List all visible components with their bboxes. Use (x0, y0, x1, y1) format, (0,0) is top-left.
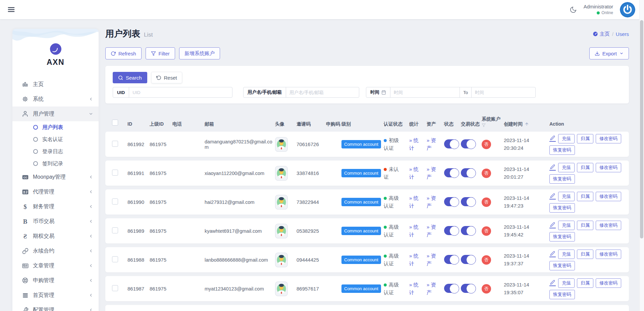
row-avatar (275, 166, 295, 181)
trade-status-toggle[interactable] (461, 139, 476, 148)
row-checkbox[interactable] (112, 227, 118, 233)
recharge-button[interactable]: 充值 (558, 134, 575, 143)
trade-status-toggle[interactable] (461, 197, 476, 206)
stats-link[interactable]: » 统计 (409, 194, 425, 210)
search-button[interactable]: Search (113, 72, 147, 83)
breadcrumb-current[interactable]: Users (616, 31, 629, 37)
change-password-button[interactable]: 修改密码 (596, 278, 621, 288)
assets-link[interactable]: » 资产 (427, 281, 443, 296)
recharge-button[interactable]: 充值 (558, 163, 575, 172)
stats-link[interactable]: » 统计 (409, 252, 425, 267)
username-phone-email-input[interactable] (286, 87, 359, 97)
row-checkbox[interactable] (112, 256, 118, 262)
stats-link[interactable]: » 统计 (409, 223, 425, 238)
sort-ascending-icon[interactable] (525, 122, 529, 126)
sidebar-item-spot-trade[interactable]: B币币交易 (12, 214, 99, 229)
sidebar-item-perpetual[interactable]: 永续合约 (12, 243, 99, 258)
assets-link[interactable]: » 资产 (427, 137, 443, 152)
sidebar-item-home[interactable]: 主页 (12, 77, 99, 92)
trade-status-toggle[interactable] (461, 168, 476, 177)
attribution-button[interactable]: 归属 (577, 134, 593, 143)
edit-button[interactable] (549, 251, 556, 257)
assets-link[interactable]: » 资产 (427, 223, 443, 238)
sidebar-item-system[interactable]: 系统 (12, 92, 99, 106)
sidebar-item-subscribe-mgmt[interactable]: 申购管理 (12, 273, 99, 288)
recharge-button[interactable]: 充值 (558, 221, 575, 230)
sidebar-item-finance-mgmt[interactable]: $财务管理 (12, 199, 99, 214)
sidebar-subitem-real-name-auth[interactable]: 实名认证 (12, 133, 99, 145)
sidebar-subitem-checkin-record[interactable]: 签到记录 (12, 158, 99, 170)
attribution-button[interactable]: 归属 (577, 192, 593, 201)
restore-password-button[interactable]: 恢复密码 (549, 232, 575, 241)
edit-button[interactable] (549, 135, 556, 142)
time-from-input[interactable] (390, 87, 460, 97)
restore-password-button[interactable]: 恢复密码 (549, 290, 575, 299)
recharge-button[interactable]: 充值 (558, 192, 575, 201)
recharge-button[interactable]: 充值 (558, 250, 575, 259)
refresh-button[interactable]: Refresh (105, 47, 142, 59)
stats-link[interactable]: » 统计 (409, 281, 425, 296)
assets-link[interactable]: » 资产 (427, 252, 443, 267)
attribution-button[interactable]: 归属 (577, 278, 593, 288)
sidebar-item-config-mgmt[interactable]: 配置管理 (12, 303, 99, 311)
sidebar-item-option-trade[interactable]: Ƨ期权交易 (12, 229, 99, 243)
assets-link[interactable]: » 资产 (427, 166, 443, 181)
svg-text:CC: CC (23, 176, 27, 179)
sidebar-item-article-mgmt[interactable]: 文章管理 (12, 258, 99, 273)
recharge-button[interactable]: 充值 (558, 278, 575, 288)
page-scrollbar-thumb[interactable] (640, 20, 643, 238)
sidebar-item-moonpay[interactable]: CCMoonpay管理 (12, 170, 99, 184)
status-toggle[interactable] (444, 168, 459, 177)
attribution-button[interactable]: 归属 (577, 250, 593, 259)
sidebar-subitem-user-list[interactable]: 用户列表 (12, 121, 99, 133)
trade-status-toggle[interactable] (461, 255, 476, 264)
assets-link[interactable]: » 资产 (427, 194, 443, 210)
status-toggle[interactable] (444, 226, 459, 235)
export-button[interactable]: Export (589, 47, 629, 59)
attribution-button[interactable]: 归属 (577, 221, 593, 230)
time-to-input[interactable] (472, 87, 535, 97)
status-toggle[interactable] (444, 255, 459, 264)
article-mgmt-icon (21, 262, 29, 269)
row-checkbox[interactable] (112, 198, 118, 205)
edit-button[interactable] (549, 164, 556, 171)
trade-status-toggle[interactable] (461, 226, 476, 235)
status-toggle[interactable] (444, 284, 459, 293)
sidebar-subitem-login-log[interactable]: 登录日志 (12, 145, 99, 158)
page-scrollbar-track[interactable] (639, 0, 644, 311)
stats-link[interactable]: » 统计 (409, 137, 425, 152)
user-avatar[interactable] (620, 2, 635, 17)
status-toggle[interactable] (444, 139, 459, 148)
attribution-button[interactable]: 归属 (577, 163, 593, 172)
edit-button[interactable] (549, 222, 556, 228)
uid-input[interactable] (129, 87, 232, 97)
trade-status-toggle[interactable] (461, 284, 476, 293)
menu-toggle-button[interactable] (7, 6, 15, 13)
add-system-account-button[interactable]: 新增系统账户 (179, 47, 220, 59)
restore-password-button[interactable]: 恢复密码 (549, 145, 575, 155)
change-password-button[interactable]: 修改密码 (596, 163, 621, 172)
status-toggle[interactable] (444, 197, 459, 206)
stats-link[interactable]: » 统计 (409, 166, 425, 181)
change-password-button[interactable]: 修改密码 (596, 192, 621, 201)
breadcrumb-home-link[interactable]: 主页 (593, 31, 610, 37)
restore-password-button[interactable]: 恢复密码 (549, 203, 575, 213)
change-password-button[interactable]: 修改密码 (596, 250, 621, 259)
reset-button[interactable]: Reset (151, 72, 182, 83)
edit-button[interactable] (549, 193, 556, 199)
select-all-checkbox[interactable] (112, 120, 118, 126)
sidebar-item-agent-mgmt[interactable]: 代理管理 (12, 184, 99, 199)
sidebar-item-user-mgmt[interactable]: 用户管理 (12, 106, 99, 121)
row-checkbox[interactable] (112, 170, 118, 176)
sidebar-item-homepage-mgmt[interactable]: 首页管理 (12, 288, 99, 303)
row-checkbox[interactable] (112, 285, 118, 291)
change-password-button[interactable]: 修改密码 (596, 221, 621, 230)
restore-password-button[interactable]: 恢复密码 (549, 261, 575, 270)
change-password-button[interactable]: 修改密码 (596, 134, 621, 143)
edit-button[interactable] (549, 280, 556, 286)
column-filter-icon[interactable] (482, 123, 502, 127)
dark-mode-toggle[interactable] (570, 6, 577, 13)
filter-button[interactable]: Filter (146, 47, 175, 59)
restore-password-button[interactable]: 恢复密码 (549, 174, 575, 184)
row-checkbox[interactable] (112, 141, 118, 147)
